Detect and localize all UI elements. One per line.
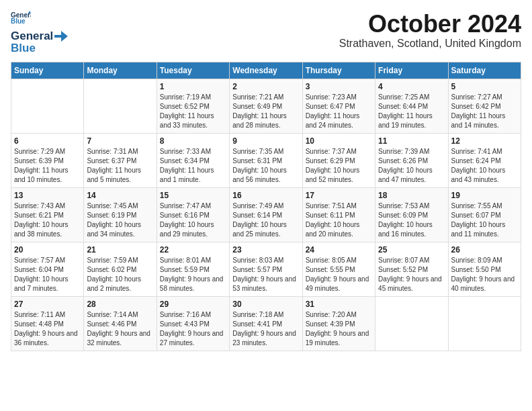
calendar-header: SundayMondayTuesdayWednesdayThursdayFrid… [11, 62, 521, 79]
day-number: 5 [451, 82, 518, 91]
calendar-cell: 18Sunrise: 7:53 AM Sunset: 6:09 PM Dayli… [375, 188, 448, 242]
title-block: October 2024 Strathaven, Scotland, Unite… [339, 11, 521, 50]
week-row-1: 1Sunrise: 7:19 AM Sunset: 6:52 PM Daylig… [11, 79, 521, 134]
day-content: Sunrise: 8:09 AM Sunset: 5:50 PM Dayligh… [451, 256, 518, 293]
day-number: 22 [160, 245, 226, 255]
day-number: 25 [378, 245, 445, 255]
calendar-cell: 26Sunrise: 8:09 AM Sunset: 5:50 PM Dayli… [448, 242, 521, 297]
day-content: Sunrise: 7:35 AM Sunset: 6:31 PM Dayligh… [232, 147, 299, 185]
day-number: 16 [232, 191, 299, 200]
week-row-4: 20Sunrise: 7:57 AM Sunset: 6:04 PM Dayli… [11, 242, 521, 297]
calendar-cell: 25Sunrise: 8:07 AM Sunset: 5:52 PM Dayli… [375, 242, 448, 297]
calendar-cell [448, 297, 521, 351]
calendar-cell: 13Sunrise: 7:43 AM Sunset: 6:21 PM Dayli… [11, 188, 84, 242]
svg-marker-3 [54, 31, 68, 42]
calendar-cell: 17Sunrise: 7:51 AM Sunset: 6:11 PM Dayli… [302, 188, 375, 242]
day-number: 28 [87, 300, 153, 309]
day-number: 1 [160, 82, 226, 91]
day-content: Sunrise: 7:27 AM Sunset: 6:42 PM Dayligh… [451, 93, 518, 130]
calendar-cell: 27Sunrise: 7:11 AM Sunset: 4:48 PM Dayli… [11, 297, 84, 351]
day-number: 6 [14, 136, 81, 146]
header-day-tuesday: Tuesday [157, 62, 229, 79]
day-content: Sunrise: 7:23 AM Sunset: 6:47 PM Dayligh… [306, 93, 372, 130]
day-number: 13 [14, 191, 81, 200]
header-row: SundayMondayTuesdayWednesdayThursdayFrid… [11, 62, 521, 79]
week-row-5: 27Sunrise: 7:11 AM Sunset: 4:48 PM Dayli… [11, 297, 521, 351]
day-number: 18 [378, 191, 445, 200]
day-content: Sunrise: 7:37 AM Sunset: 6:29 PM Dayligh… [306, 147, 372, 185]
calendar-cell: 29Sunrise: 7:16 AM Sunset: 4:43 PM Dayli… [157, 297, 229, 351]
day-content: Sunrise: 7:21 AM Sunset: 6:49 PM Dayligh… [232, 93, 299, 130]
day-content: Sunrise: 7:43 AM Sunset: 6:21 PM Dayligh… [14, 201, 81, 239]
day-content: Sunrise: 7:47 AM Sunset: 6:16 PM Dayligh… [160, 201, 226, 239]
calendar-cell: 6Sunrise: 7:29 AM Sunset: 6:39 PM Daylig… [11, 134, 84, 188]
page-header: General Blue General Blue October 2024 S… [11, 11, 521, 55]
day-content: Sunrise: 7:41 AM Sunset: 6:24 PM Dayligh… [451, 147, 518, 185]
calendar-table: SundayMondayTuesdayWednesdayThursdayFrid… [11, 62, 521, 351]
calendar-cell: 3Sunrise: 7:23 AM Sunset: 6:47 PM Daylig… [302, 79, 375, 134]
location-subtitle: Strathaven, Scotland, United Kingdom [339, 38, 521, 50]
day-content: Sunrise: 7:31 AM Sunset: 6:37 PM Dayligh… [87, 147, 153, 185]
day-number: 31 [306, 300, 372, 309]
day-content: Sunrise: 7:51 AM Sunset: 6:11 PM Dayligh… [306, 201, 372, 239]
day-content: Sunrise: 7:55 AM Sunset: 6:07 PM Dayligh… [451, 201, 518, 239]
calendar-cell: 11Sunrise: 7:39 AM Sunset: 6:26 PM Dayli… [375, 134, 448, 188]
logo-text-blue: Blue [11, 42, 36, 55]
calendar-cell: 8Sunrise: 7:33 AM Sunset: 6:34 PM Daylig… [157, 134, 229, 188]
month-title: October 2024 [339, 11, 521, 38]
logo-arrow-icon [54, 31, 68, 42]
day-content: Sunrise: 8:01 AM Sunset: 5:59 PM Dayligh… [160, 256, 226, 293]
svg-text:Blue: Blue [11, 17, 26, 25]
calendar-cell [375, 297, 448, 351]
calendar-cell: 20Sunrise: 7:57 AM Sunset: 6:04 PM Dayli… [11, 242, 84, 297]
calendar-cell: 10Sunrise: 7:37 AM Sunset: 6:29 PM Dayli… [302, 134, 375, 188]
calendar-cell: 19Sunrise: 7:55 AM Sunset: 6:07 PM Dayli… [448, 188, 521, 242]
day-content: Sunrise: 7:16 AM Sunset: 4:43 PM Dayligh… [160, 310, 226, 348]
day-number: 10 [306, 136, 372, 146]
day-number: 9 [232, 136, 299, 146]
day-content: Sunrise: 7:39 AM Sunset: 6:26 PM Dayligh… [378, 147, 445, 185]
calendar-cell: 4Sunrise: 7:25 AM Sunset: 6:44 PM Daylig… [375, 79, 448, 134]
header-day-wednesday: Wednesday [230, 62, 302, 79]
day-number: 30 [232, 300, 299, 309]
calendar-cell: 31Sunrise: 7:20 AM Sunset: 4:39 PM Dayli… [302, 297, 375, 351]
day-content: Sunrise: 8:03 AM Sunset: 5:57 PM Dayligh… [232, 256, 299, 293]
calendar-cell: 16Sunrise: 7:49 AM Sunset: 6:14 PM Dayli… [230, 188, 302, 242]
day-number: 26 [451, 245, 518, 255]
day-number: 2 [232, 82, 299, 91]
calendar-cell: 12Sunrise: 7:41 AM Sunset: 6:24 PM Dayli… [448, 134, 521, 188]
day-number: 8 [160, 136, 226, 146]
day-content: Sunrise: 7:59 AM Sunset: 6:02 PM Dayligh… [87, 256, 153, 293]
header-day-friday: Friday [375, 62, 448, 79]
day-number: 15 [160, 191, 226, 200]
calendar-cell: 22Sunrise: 8:01 AM Sunset: 5:59 PM Dayli… [157, 242, 229, 297]
week-row-3: 13Sunrise: 7:43 AM Sunset: 6:21 PM Dayli… [11, 188, 521, 242]
day-number: 19 [451, 191, 518, 200]
calendar-cell [11, 79, 84, 134]
day-content: Sunrise: 7:33 AM Sunset: 6:34 PM Dayligh… [160, 147, 226, 185]
day-content: Sunrise: 7:14 AM Sunset: 4:46 PM Dayligh… [87, 310, 153, 348]
day-number: 27 [14, 300, 81, 309]
calendar-cell: 9Sunrise: 7:35 AM Sunset: 6:31 PM Daylig… [230, 134, 302, 188]
day-number: 20 [14, 245, 81, 255]
day-content: Sunrise: 7:20 AM Sunset: 4:39 PM Dayligh… [306, 310, 372, 348]
day-number: 4 [378, 82, 445, 91]
calendar-cell: 23Sunrise: 8:03 AM Sunset: 5:57 PM Dayli… [230, 242, 302, 297]
calendar-cell: 21Sunrise: 7:59 AM Sunset: 6:02 PM Dayli… [84, 242, 157, 297]
day-number: 17 [306, 191, 372, 200]
day-content: Sunrise: 7:45 AM Sunset: 6:19 PM Dayligh… [87, 201, 153, 239]
calendar-cell: 15Sunrise: 7:47 AM Sunset: 6:16 PM Dayli… [157, 188, 229, 242]
calendar-cell: 30Sunrise: 7:18 AM Sunset: 4:41 PM Dayli… [230, 297, 302, 351]
day-content: Sunrise: 8:07 AM Sunset: 5:52 PM Dayligh… [378, 256, 445, 293]
week-row-2: 6Sunrise: 7:29 AM Sunset: 6:39 PM Daylig… [11, 134, 521, 188]
logo-icon: General Blue [11, 11, 31, 26]
day-number: 21 [87, 245, 153, 255]
calendar-cell: 24Sunrise: 8:05 AM Sunset: 5:55 PM Dayli… [302, 242, 375, 297]
day-content: Sunrise: 7:53 AM Sunset: 6:09 PM Dayligh… [378, 201, 445, 239]
day-content: Sunrise: 7:25 AM Sunset: 6:44 PM Dayligh… [378, 93, 445, 130]
day-number: 29 [160, 300, 226, 309]
calendar-cell: 7Sunrise: 7:31 AM Sunset: 6:37 PM Daylig… [84, 134, 157, 188]
day-number: 7 [87, 136, 153, 146]
header-day-sunday: Sunday [11, 62, 84, 79]
day-number: 11 [378, 136, 445, 146]
